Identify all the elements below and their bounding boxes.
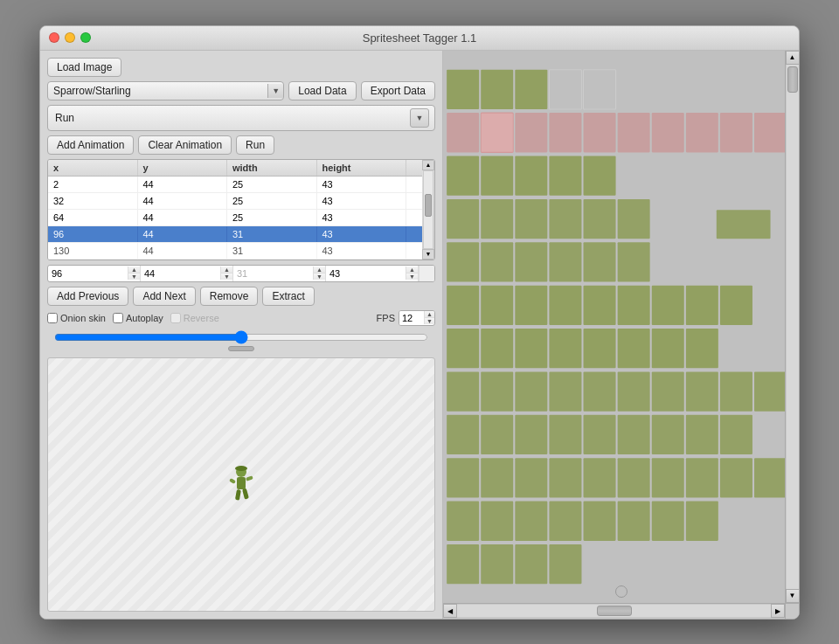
svg-rect-62 [618,371,650,411]
col-x: x [48,160,138,176]
main-window: Spritesheet Tagger 1.1 Load Image Sparro… [39,25,800,620]
sprite-selector-row: Sparrow/Starling ▼ Load Data Export Data [47,81,435,100]
scroll-corner [785,603,799,619]
width-down[interactable]: ▼ [314,274,325,280]
sprite-canvas[interactable] [443,51,785,603]
svg-rect-89 [549,501,581,540]
height-stepper: ▲ ▼ [406,267,418,280]
scroll-thumb[interactable] [425,194,432,217]
animation-slider[interactable] [54,330,428,344]
remove-button[interactable]: Remove [200,287,259,306]
table-row[interactable]: 2 44 25 43 [48,177,422,193]
scroll-down-arrow[interactable]: ▼ [786,589,800,603]
cell-width: 25 [227,193,317,209]
right-scrollbar-h: ◀ ▶ [443,603,785,619]
svg-rect-4 [235,489,241,501]
scroll-thumb-v[interactable] [787,66,798,93]
export-data-button[interactable]: Export Data [361,81,435,100]
animation-dropdown[interactable]: Run ▼ [47,105,435,131]
x-up[interactable]: ▲ [128,267,140,274]
animation-row: Run ▼ [47,105,435,131]
width-input[interactable] [233,266,313,281]
add-animation-button[interactable]: Add Animation [47,135,134,155]
svg-rect-90 [584,501,616,540]
add-previous-button[interactable]: Add Previous [47,287,128,306]
table-row-selected[interactable]: 96 44 31 43 [48,226,422,243]
nav-buttons-row: Add Previous Add Next Remove Extract [47,287,435,306]
scroll-left-arrow[interactable]: ◀ [443,604,457,618]
svg-rect-16 [584,113,616,152]
svg-rect-7 [447,69,479,108]
cell-y: 44 [138,177,228,192]
autoplay-checkbox[interactable] [113,313,123,323]
slider-row [47,330,435,351]
table-with-scrollbar: x y width height 2 44 25 43 [48,160,434,260]
svg-rect-9 [515,69,547,108]
table-content: x y width height 2 44 25 43 [48,160,422,260]
scroll-thumb-h[interactable] [597,606,632,616]
svg-rect-3 [246,475,253,481]
onion-skin-label: Onion skin [47,313,106,323]
svg-rect-11 [584,69,616,108]
load-data-button[interactable]: Load Data [288,81,356,100]
svg-rect-13 [481,113,513,152]
svg-rect-66 [754,371,785,411]
add-next-button[interactable]: Add Next [133,287,195,306]
svg-rect-82 [652,458,684,497]
height-input-cell: ▲ ▼ [326,266,419,281]
svg-rect-75 [720,414,752,454]
clear-animation-button[interactable]: Clear Animation [138,135,232,155]
animation-buttons-row: Add Animation Clear Animation Run [47,135,435,155]
fps-input[interactable] [399,311,424,325]
fps-down[interactable]: ▼ [425,318,434,324]
x-input[interactable] [48,266,128,281]
y-down[interactable]: ▼ [221,274,232,280]
scroll-down-arrow[interactable]: ▼ [422,249,434,260]
scroll-up-arrow[interactable]: ▲ [786,51,800,65]
svg-rect-84 [720,458,752,497]
minimize-button[interactable] [65,32,75,43]
col-width: width [227,160,317,176]
close-button[interactable] [49,32,59,43]
width-up[interactable]: ▲ [314,267,325,274]
load-image-button[interactable]: Load Image [47,58,121,77]
svg-rect-40 [447,285,479,324]
sprite-dropdown[interactable]: Sparrow/Starling [48,82,267,100]
height-input[interactable] [326,266,406,281]
scroll-right-arrow[interactable]: ▶ [771,604,785,618]
x-down[interactable]: ▼ [128,274,140,280]
cell-x: 130 [48,243,138,259]
svg-rect-42 [515,285,547,324]
height-up[interactable]: ▲ [406,267,418,274]
scroll-track-h [457,605,771,617]
svg-rect-53 [584,329,616,368]
autoplay-text: Autoplay [126,313,163,323]
reverse-checkbox[interactable] [170,313,181,323]
onion-skin-checkbox[interactable] [47,313,58,323]
drag-handle[interactable] [228,346,254,351]
svg-rect-39 [618,242,650,281]
cell-height: 43 [317,210,407,225]
svg-rect-25 [549,156,581,195]
fps-up[interactable]: ▲ [425,311,434,318]
cell-width: 25 [227,177,317,192]
table-row[interactable]: 64 44 25 43 [48,210,422,226]
maximize-button[interactable] [80,32,91,43]
svg-rect-55 [652,329,684,368]
y-input[interactable] [141,266,220,281]
table-row[interactable]: 130 44 31 43 [48,243,422,260]
svg-rect-65 [720,371,752,411]
spritesheet-view [443,51,785,603]
run-button[interactable]: Run [236,135,274,155]
extract-button[interactable]: Extract [262,287,314,306]
fps-row: FPS ▲ ▼ [377,310,435,326]
svg-rect-23 [481,156,513,195]
svg-point-6 [235,466,247,471]
svg-rect-97 [549,544,581,584]
table-row[interactable]: 32 44 25 43 [48,193,422,210]
height-down[interactable]: ▼ [406,274,418,280]
y-up[interactable]: ▲ [221,267,232,274]
cell-height: 43 [317,243,407,259]
traffic-lights [49,32,91,43]
scroll-up-arrow[interactable]: ▲ [422,160,434,170]
